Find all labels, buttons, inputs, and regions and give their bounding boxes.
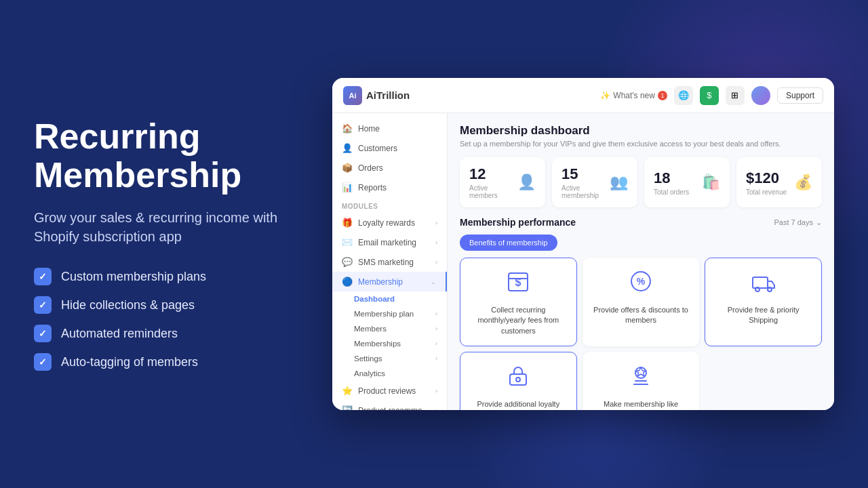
stats-row: 12 Active members 👤 15 Active membership… (460, 157, 822, 207)
benefit-card-loyalty[interactable]: Provide additional loyalty points to mem… (460, 352, 577, 410)
home-label: Home (358, 124, 380, 134)
check-icon-1 (34, 268, 52, 285)
loyalty-arrow-icon: › (435, 220, 437, 226)
benefit-card-discounts[interactable]: % Provide offers & discounts to members (583, 258, 700, 346)
sidebar-item-sms[interactable]: 💬 SMS marketing › (332, 252, 447, 272)
stat-total-revenue-info: $120 Total revenue (746, 169, 787, 196)
left-panel: RecurringMembership Grow your sales & re… (34, 117, 319, 371)
total-revenue-label: Total revenue (746, 188, 787, 196)
sub-nav-analytics[interactable]: Analytics (332, 366, 447, 381)
sidebar-item-customers[interactable]: 👤 Customers (332, 138, 447, 158)
total-revenue-icon: 💰 (794, 174, 812, 191)
benefit-card-shipping[interactable]: Provide free & priority Shipping (705, 258, 822, 346)
sidebar-item-loyalty[interactable]: 🎁 Loyalty rewards › (332, 213, 447, 232)
svg-rect-5 (753, 277, 768, 288)
sidebar-item-membership[interactable]: 🔵 Membership ⌄ (332, 272, 447, 291)
settings-label: Settings (354, 354, 382, 363)
tab-benefits[interactable]: Benefits of membership (460, 235, 557, 251)
whats-new-button[interactable]: ✨ What's new 1 (600, 91, 667, 100)
total-revenue-number: $120 (746, 169, 787, 187)
settings-arrow: › (435, 355, 437, 362)
svg-point-9 (516, 378, 520, 382)
feature-item-3: Automated reminders (34, 325, 319, 342)
tab-row: Benefits of membership (460, 235, 822, 251)
benefit-card-recurring[interactable]: $ Collect recurring monthly/yearly fees … (460, 258, 577, 346)
sub-nav-dashboard[interactable]: Dashboard (332, 291, 447, 306)
membership-icon: 🔵 (342, 277, 353, 287)
hero-subtitle: Grow your sales & recurring income with … (34, 208, 319, 246)
main-container: RecurringMembership Grow your sales & re… (34, 78, 834, 410)
email-icon: ✉️ (342, 237, 353, 247)
user-avatar[interactable] (751, 86, 770, 105)
reviews-label: Product reviews (358, 386, 416, 396)
period-select[interactable]: Past 7 days ⌄ (774, 218, 822, 227)
feature-label-1: Custom membership plans (61, 270, 206, 284)
check-icon-4 (34, 353, 52, 371)
svg-point-7 (768, 287, 772, 291)
app-window: Ai AiTrillion ✨ What's new 1 🌐 $ ⊞ Suppo… (332, 78, 834, 410)
period-chevron-icon: ⌄ (816, 218, 822, 227)
dashboard-subtitle: Set up a membership for your VIPs and gi… (460, 140, 822, 148)
shipping-text: Provide free & priority Shipping (712, 305, 814, 326)
recommend-arrow-icon: › (435, 407, 437, 411)
feature-label-3: Automated reminders (61, 327, 178, 341)
loyalty-label: Loyalty rewards (358, 218, 415, 228)
loyalty-points-icon (505, 362, 532, 394)
members-label: Members (354, 325, 387, 333)
reports-label: Reports (358, 183, 387, 192)
prime-text: Make membership like Amazon Prime & Netf… (590, 399, 692, 410)
feature-item-1: Custom membership plans (34, 268, 319, 285)
discounts-icon: % (627, 268, 654, 300)
check-icon-3 (34, 325, 52, 342)
feature-label-4: Auto-tagging of members (61, 355, 198, 369)
benefit-card-prime[interactable]: Make membership like Amazon Prime & Netf… (583, 352, 700, 410)
membership-plan-label: Membership plan (354, 310, 414, 318)
memberships-arrow: › (435, 340, 437, 347)
sparkle-icon: ✨ (600, 91, 610, 100)
active-membership-number: 15 (561, 165, 610, 183)
support-button[interactable]: Support (777, 87, 823, 104)
sub-nav-settings[interactable]: Settings › (332, 351, 447, 366)
orders-icon: 📦 (342, 163, 353, 173)
prime-icon (627, 362, 654, 394)
shipping-icon (750, 268, 777, 300)
svg-text:%: % (637, 276, 646, 287)
sub-nav-members[interactable]: Members › (332, 321, 447, 336)
reviews-icon: ⭐ (342, 386, 353, 396)
sidebar-item-home[interactable]: 🏠 Home (332, 119, 447, 138)
dashboard-title: Membership dashboard (460, 124, 822, 138)
active-members-icon: 👤 (517, 174, 536, 191)
home-icon: 🏠 (342, 123, 353, 134)
recurring-fees-icon: $ (505, 268, 532, 300)
sub-nav-membership-plan[interactable]: Membership plan › (332, 306, 447, 321)
reports-icon: 📊 (342, 182, 353, 192)
hero-title: RecurringMembership (34, 117, 319, 195)
total-orders-label: Total orders (654, 188, 689, 196)
loyalty-points-text: Provide additional loyalty points to mem… (467, 399, 570, 410)
sub-nav-memberships[interactable]: Memberships › (332, 336, 447, 351)
recurring-fees-text: Collect recurring monthly/yearly fees fr… (467, 305, 570, 336)
reviews-arrow-icon: › (435, 388, 437, 394)
sidebar-item-reports[interactable]: 📊 Reports (332, 178, 447, 197)
stat-total-orders: 18 Total orders 🛍️ (644, 157, 730, 207)
sidebar-item-email[interactable]: ✉️ Email marketing › (332, 232, 447, 252)
grid-icon[interactable]: ⊞ (726, 86, 745, 105)
sidebar-item-orders[interactable]: 📦 Orders (332, 158, 447, 178)
email-label: Email marketing (358, 238, 416, 247)
sidebar-item-product-reviews[interactable]: ⭐ Product reviews › (332, 381, 447, 401)
stat-total-revenue: $120 Total revenue 💰 (736, 157, 822, 207)
language-icon[interactable]: 🌐 (674, 86, 693, 105)
ai-trillion-logo-icon: Ai (343, 86, 362, 105)
loyalty-icon: 🎁 (342, 218, 353, 228)
svg-rect-8 (510, 374, 526, 385)
recommend-icon: 🔄 (342, 405, 353, 410)
feature-item-2: Hide collections & pages (34, 296, 319, 314)
top-bar: Ai AiTrillion ✨ What's new 1 🌐 $ ⊞ Suppo… (332, 78, 834, 113)
sidebar-item-product-recommend[interactable]: 🔄 Product recomme... › (332, 401, 447, 410)
main-content: Membership dashboard Set up a membership… (448, 113, 834, 410)
active-members-number: 12 (469, 165, 517, 183)
customers-label: Customers (358, 144, 397, 153)
memberships-label: Memberships (354, 340, 401, 348)
discounts-text: Provide offers & discounts to members (590, 305, 692, 326)
currency-icon[interactable]: $ (700, 86, 719, 105)
